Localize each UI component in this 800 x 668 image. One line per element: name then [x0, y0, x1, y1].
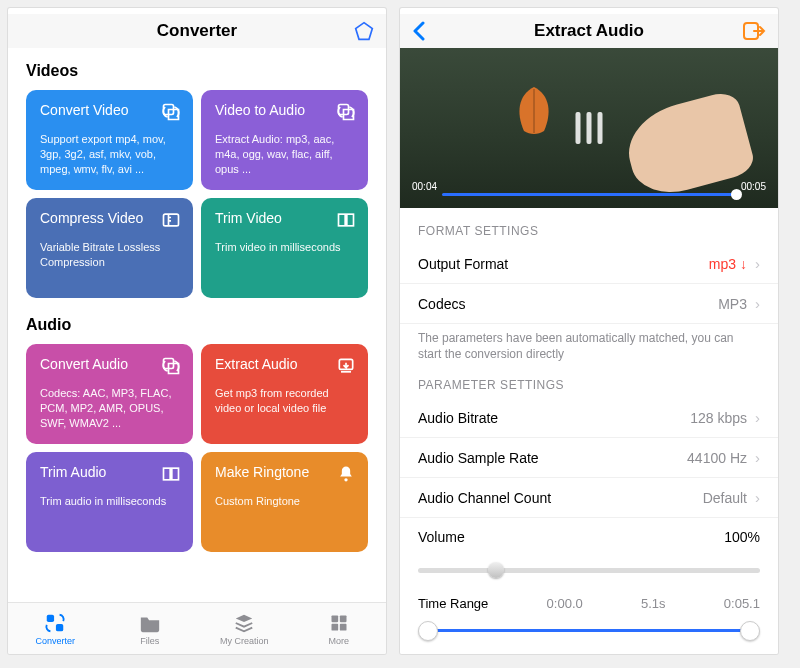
- tab-converter[interactable]: Converter: [8, 603, 103, 654]
- card-desc: Custom Ringtone: [215, 494, 354, 509]
- back-button[interactable]: [412, 21, 426, 41]
- svg-rect-7: [341, 371, 351, 373]
- card-desc: Trim video in milliseconds: [215, 240, 354, 255]
- volume-slider[interactable]: [418, 562, 760, 578]
- card-title: Convert Audio: [40, 356, 179, 372]
- video-duration: 00:05: [741, 181, 766, 192]
- convert-icon: [336, 102, 356, 122]
- card-desc: Codecs: AAC, MP3, FLAC, PCM, MP2, AMR, O…: [40, 386, 179, 431]
- time-range-label: Time Range: [418, 596, 488, 611]
- video-preview[interactable]: 00:04 00:05: [400, 48, 778, 208]
- plus-icon[interactable]: +: [494, 651, 505, 654]
- converter-tab-icon: [43, 612, 67, 634]
- svg-rect-13: [331, 615, 338, 622]
- svg-rect-15: [331, 623, 338, 630]
- svg-rect-11: [47, 614, 54, 621]
- start-stepper[interactable]: − 0.0 +: [428, 651, 505, 654]
- content-scroll[interactable]: Videos Convert VideoSupport export mp4, …: [8, 48, 386, 602]
- audio-card-3[interactable]: Make RingtoneCustom Ringtone: [201, 452, 368, 552]
- bell-icon: [336, 464, 356, 484]
- parameter-settings-heading: PARAMETER SETTINGS: [400, 362, 778, 398]
- audio-sample-rate-row[interactable]: Audio Sample Rate 44100 Hz›: [400, 438, 778, 478]
- card-title: Video to Audio: [215, 102, 354, 118]
- chevron-right-icon: ›: [755, 449, 760, 466]
- tab-files[interactable]: Files: [103, 603, 198, 654]
- convert-icon: [161, 356, 181, 376]
- output-format-row[interactable]: Output Format mp3↓›: [400, 244, 778, 284]
- pause-icon[interactable]: [576, 112, 603, 144]
- tab-bar: ConverterFilesMy CreationMore: [8, 602, 386, 654]
- video-progress-bar[interactable]: [442, 193, 736, 196]
- video-card-3[interactable]: Trim VideoTrim video in milliseconds: [201, 198, 368, 298]
- end-stepper[interactable]: − 5.1 +: [674, 651, 751, 654]
- card-title: Extract Audio: [215, 356, 354, 372]
- card-title: Compress Video: [40, 210, 179, 226]
- video-card-2[interactable]: Compress VideoVariable Bitrate Lossless …: [26, 198, 193, 298]
- audio-channel-label: Audio Channel Count: [418, 490, 551, 506]
- video-card-0[interactable]: Convert VideoSupport export mp4, mov, 3g…: [26, 90, 193, 190]
- volume-label: Volume: [418, 529, 465, 545]
- more-tab-icon: [327, 612, 351, 634]
- output-format-label: Output Format: [418, 256, 508, 272]
- trim-icon: [161, 464, 181, 484]
- audio-card-1[interactable]: Extract AudioGet mp3 from recorded video…: [201, 344, 368, 444]
- minus-icon[interactable]: −: [674, 651, 685, 654]
- section-audio-heading: Audio: [8, 302, 386, 344]
- output-format-value: mp3: [709, 256, 736, 272]
- svg-rect-4: [347, 214, 354, 226]
- time-range-start: 0:00.0: [547, 596, 583, 611]
- trim-icon: [336, 210, 356, 230]
- chevron-right-icon: ›: [755, 255, 760, 272]
- card-desc: Support export mp4, mov, 3gp, 3g2, asf, …: [40, 132, 179, 177]
- card-desc: Extract Audio: mp3, aac, m4a, ogg, wav, …: [215, 132, 354, 177]
- chevron-right-icon: ›: [755, 489, 760, 506]
- time-range-slider[interactable]: [418, 619, 760, 641]
- tab-my-creation[interactable]: My Creation: [197, 603, 292, 654]
- plus-icon[interactable]: +: [739, 651, 750, 654]
- format-help-text: The parameters have been automatically m…: [400, 324, 778, 362]
- audio-bitrate-row[interactable]: Audio Bitrate 128 kbps›: [400, 398, 778, 438]
- codecs-value: MP3: [718, 296, 747, 312]
- convert-icon: [161, 102, 181, 122]
- section-videos-heading: Videos: [8, 48, 386, 90]
- nav-bar: Converter: [8, 14, 386, 48]
- card-title: Trim Video: [215, 210, 354, 226]
- page-title: Converter: [157, 21, 237, 41]
- svg-point-10: [344, 478, 347, 481]
- card-desc: Trim audio in milliseconds: [40, 494, 179, 509]
- download-icon: [336, 356, 356, 376]
- audio-bitrate-value: 128 kbps: [690, 410, 747, 426]
- tab-label: My Creation: [220, 636, 269, 646]
- audio-channel-row[interactable]: Audio Channel Count Default›: [400, 478, 778, 518]
- svg-rect-12: [56, 623, 63, 630]
- svg-rect-14: [340, 615, 347, 622]
- premium-icon[interactable]: [354, 21, 374, 41]
- creation-tab-icon: [232, 612, 256, 634]
- codecs-row[interactable]: Codecs MP3›: [400, 284, 778, 324]
- minus-icon[interactable]: −: [428, 651, 439, 654]
- volume-row: Volume 100%: [400, 518, 778, 556]
- video-card-1[interactable]: Video to AudioExtract Audio: mp3, aac, m…: [201, 90, 368, 190]
- extract-audio-screen: Extract Audio 00:04 00:05 FORMAT SETTING…: [400, 8, 778, 654]
- content-scroll[interactable]: 00:04 00:05 FORMAT SETTINGS Output Forma…: [400, 48, 778, 654]
- format-settings-heading: FORMAT SETTINGS: [400, 208, 778, 244]
- card-desc: Get mp3 from recorded video or local vid…: [215, 386, 354, 416]
- volume-value: 100%: [724, 529, 760, 545]
- files-tab-icon: [138, 612, 162, 634]
- audio-sample-rate-label: Audio Sample Rate: [418, 450, 539, 466]
- export-button[interactable]: [742, 20, 766, 42]
- chevron-right-icon: ›: [755, 409, 760, 426]
- audio-card-0[interactable]: Convert AudioCodecs: AAC, MP3, FLAC, PCM…: [26, 344, 193, 444]
- time-range-mid: 5.1s: [641, 596, 666, 611]
- nav-bar: Extract Audio: [400, 14, 778, 48]
- time-range-end: 0:05.1: [724, 596, 760, 611]
- audio-card-2[interactable]: Trim AudioTrim audio in milliseconds: [26, 452, 193, 552]
- tab-more[interactable]: More: [292, 603, 387, 654]
- codecs-label: Codecs: [418, 296, 465, 312]
- tab-label: Converter: [35, 636, 75, 646]
- chevron-right-icon: ›: [755, 295, 760, 312]
- converter-screen: Converter Videos Convert VideoSupport ex…: [8, 8, 386, 654]
- compress-icon: [161, 210, 181, 230]
- card-title: Trim Audio: [40, 464, 179, 480]
- tab-label: Files: [140, 636, 159, 646]
